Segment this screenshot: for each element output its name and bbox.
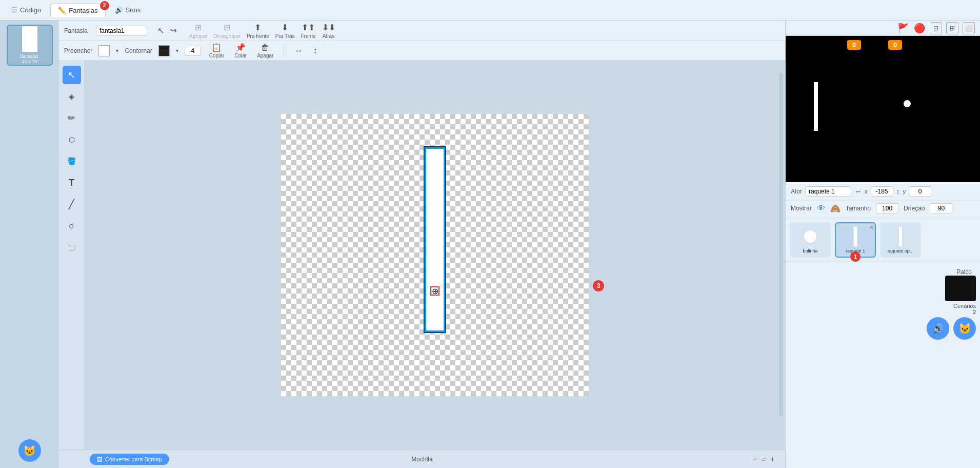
layout-btn-2[interactable]: ⊞: [946, 22, 958, 34]
layout-btn-1[interactable]: ⊡: [930, 22, 942, 34]
add-sprite-button[interactable]: 🐱: [18, 439, 41, 462]
fantasia-name-input[interactable]: [96, 26, 147, 36]
colar-btn[interactable]: 📌 Colar: [232, 42, 249, 60]
tab-fantasias-label: Fantasias: [69, 7, 97, 14]
tab-fantasias[interactable]: ✏️ Fantasias 2: [50, 4, 105, 17]
actor-props: Mostrar 👁 🙈 Tamanho Direção: [786, 201, 980, 218]
stage-thumb[interactable]: [945, 276, 976, 301]
stage-canvas: 0 0: [786, 36, 980, 182]
sprite-thumbnail[interactable]: fantasia1 10 x 70: [7, 25, 53, 66]
tamanho-input[interactable]: [876, 203, 898, 213]
direcao-input[interactable]: [930, 203, 952, 213]
right-panel: 🚩 🔴 ⊡ ⊞ ⬜ 0 0 Ator ↔ x ↕ y: [785, 21, 980, 468]
toolbar-row1: Fantasia ↖ ↩ ⊞ Agrupar ⊟ Desagrupar ⬆ Pr…: [59, 21, 785, 41]
raqueteop-label: raquete op...: [888, 248, 914, 254]
stage-ball: [904, 100, 911, 107]
convert-bitmap-btn[interactable]: 🖼 Converter para Bitmap: [90, 454, 169, 465]
x-input[interactable]: [871, 186, 893, 197]
pra-frente-btn[interactable]: ⬆ Pra frente: [245, 22, 271, 40]
bolinha-icon: [797, 226, 823, 247]
actor-info: Ator ↔ x ↕ y: [786, 182, 980, 201]
select-tool[interactable]: ↖: [63, 66, 81, 84]
raquete1-delete-btn[interactable]: ✕: [869, 224, 874, 231]
checker-canvas: ⊕ 3: [281, 114, 589, 396]
drawing-wrapper: ↖ ◈ ✏ ⬡ 🪣 T ╱ ○ □ ⊕: [59, 61, 785, 450]
flip-v-btn[interactable]: ↕️: [311, 45, 319, 56]
direcao-label: Direção: [904, 205, 925, 212]
rect-tool[interactable]: □: [63, 238, 81, 257]
y-label: y: [903, 188, 906, 194]
top-bar: ☰ Código ✏️ Fantasias 2 🔊 Sons: [0, 0, 980, 21]
sprite-thumb-label: fantasia1: [20, 54, 39, 59]
atras-btn[interactable]: ⬇⬇ Atrás: [320, 22, 337, 40]
sprite-item-raquete1[interactable]: ✕ raquete 1 1: [835, 222, 876, 258]
contornar-label: Contornar: [125, 47, 152, 54]
tab-codigo-label: Código: [20, 6, 41, 14]
stroke-width-input[interactable]: [185, 46, 201, 56]
visible-btn[interactable]: 👁: [817, 204, 825, 213]
pra-tras-btn[interactable]: ⬇ Pra Trás: [273, 22, 297, 40]
x-label: x: [865, 188, 868, 194]
tab-badge: 2: [100, 1, 109, 10]
reshape-tool[interactable]: ◈: [63, 87, 81, 106]
sons-icon: 🔊: [115, 6, 123, 14]
sprite-thumb-image: [22, 26, 37, 52]
ellipse-tool[interactable]: ○: [63, 217, 81, 235]
raqueteop-icon: [888, 226, 913, 247]
paint-area: Fantasia ↖ ↩ ⊞ Agrupar ⊟ Desagrupar ⬆ Pr…: [59, 21, 785, 468]
fill-tool[interactable]: 🪣: [63, 152, 81, 170]
svg-rect-1: [853, 226, 857, 247]
score-right: 0: [888, 40, 902, 50]
stop-btn[interactable]: 🔴: [913, 22, 926, 34]
cenarios-count: 2: [973, 309, 976, 315]
vertical-scrollbar[interactable]: [779, 73, 783, 417]
sprite-item-bolinha[interactable]: bolinha: [790, 222, 831, 258]
stroke-color-swatch[interactable]: [158, 45, 170, 56]
bottom-bar: 🖼 Converter para Bitmap Mochila − = +: [59, 450, 785, 468]
copiar-btn[interactable]: 📋 Copiar: [207, 42, 226, 60]
agrupar-btn[interactable]: ⊞ Agrupar: [187, 22, 210, 40]
mostrar-label: Mostrar: [791, 205, 812, 212]
undo-btn[interactable]: ↩: [168, 25, 179, 36]
pencil-tool[interactable]: ✏: [63, 109, 81, 127]
actor-label: Ator: [791, 188, 802, 195]
y-input[interactable]: [909, 186, 931, 197]
sprite-item-raqueteop[interactable]: raquete op...: [880, 222, 921, 258]
tab-codigo[interactable]: ☰ Código: [4, 4, 48, 16]
invisible-btn[interactable]: 🙈: [830, 204, 841, 213]
flip-h-btn[interactable]: ↔️: [292, 45, 305, 56]
palco-label: Palco: [952, 266, 976, 276]
raquete1-icon: [843, 226, 868, 247]
palco-section: Palco Cenários 2: [790, 266, 976, 315]
score-left: 0: [847, 40, 861, 50]
mochila-label: Mochila: [411, 456, 432, 463]
fill-color-swatch[interactable]: [98, 45, 110, 56]
bolinha-label: bolinha: [803, 248, 817, 254]
frente-btn[interactable]: ⬆⬆ Frente: [299, 22, 318, 40]
add-sprite-btn-right[interactable]: 🐱: [953, 317, 976, 340]
apagar-btn[interactable]: 🗑 Apagar: [255, 42, 275, 60]
zoom-eq-btn[interactable]: =: [761, 455, 766, 464]
fill-color-arrow[interactable]: ▾: [116, 48, 118, 53]
stroke-color-arrow[interactable]: ▾: [176, 48, 178, 53]
text-tool[interactable]: T: [63, 173, 81, 192]
zoom-in-btn[interactable]: +: [770, 455, 775, 464]
eraser-tool[interactable]: ⬡: [63, 130, 81, 149]
crosshair-inner: ⊕: [430, 286, 439, 296]
desagrupar-btn[interactable]: ⊟ Desagrupar: [212, 22, 243, 40]
canvas-area[interactable]: ⊕ 3: [85, 61, 785, 450]
select-tool-btn[interactable]: ↖: [155, 25, 166, 36]
cenarios-label: Cenários: [953, 303, 976, 309]
arrange-btns: ⊞ Agrupar ⊟ Desagrupar ⬆ Pra frente ⬇ Pr…: [187, 22, 337, 40]
line-tool[interactable]: ╱: [63, 195, 81, 213]
layout-btn-3[interactable]: ⬜: [963, 22, 975, 34]
actor-name-input[interactable]: [805, 186, 851, 197]
bottom-right-section: Palco Cenários 2: [786, 262, 980, 319]
svg-rect-2: [898, 226, 903, 247]
y-arrow-icon: ↕: [896, 187, 900, 196]
tab-sons[interactable]: 🔊 Sons: [108, 4, 148, 16]
add-sound-btn[interactable]: 🔊: [927, 317, 949, 340]
left-tools: ↖ ◈ ✏ ⬡ 🪣 T ╱ ○ □: [59, 61, 85, 450]
green-flag-btn[interactable]: 🚩: [897, 22, 909, 34]
zoom-out-btn[interactable]: −: [752, 455, 757, 464]
